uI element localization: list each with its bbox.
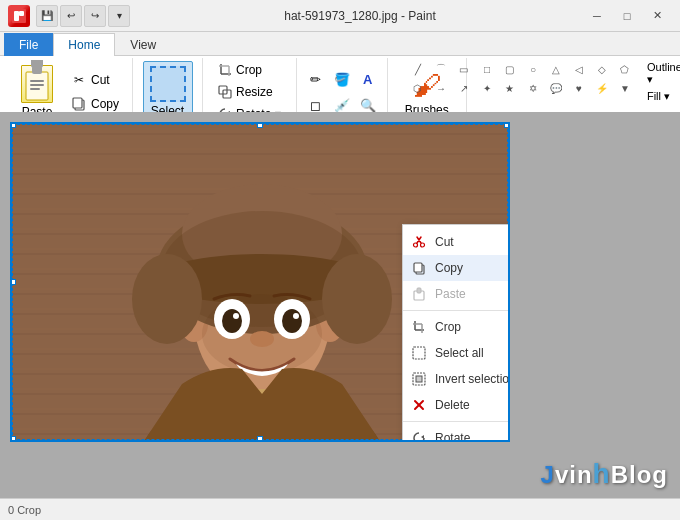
window-controls: ─ □ ✕ (582, 5, 672, 27)
status-bar: 0 Crop (0, 498, 680, 520)
cut-button[interactable]: ✂ Cut (66, 69, 124, 91)
rect-shape[interactable]: ▭ (453, 60, 475, 78)
svg-rect-1 (14, 11, 19, 21)
context-cut[interactable]: Cut (403, 229, 510, 255)
arrow2-shape[interactable]: ↗ (453, 79, 475, 97)
scissors-icon: ✂ (71, 72, 87, 88)
save-button[interactable]: 💾 (36, 5, 58, 27)
crop-button[interactable]: Crop (211, 60, 288, 80)
crop-menu-label: Crop (435, 320, 510, 334)
undo-button[interactable]: ↩ (60, 5, 82, 27)
svg-point-37 (282, 309, 302, 333)
arrow-shape[interactable]: → (430, 79, 452, 97)
star4-shape[interactable]: ✦ (476, 79, 498, 97)
copy-menu-label: Copy (435, 261, 510, 275)
tab-home[interactable]: Home (53, 33, 115, 56)
resize-button[interactable]: Resize (211, 82, 288, 102)
round-rect-shape[interactable]: ▢ (499, 60, 521, 78)
svg-rect-2 (19, 11, 24, 16)
select-all-label: Select all (435, 346, 510, 360)
rotate-menu-icon (411, 430, 427, 442)
separator-2 (403, 421, 510, 422)
callout-shape[interactable]: 💬 (545, 79, 567, 97)
context-invert-selection[interactable]: Invert selection (403, 366, 510, 392)
star6-shape[interactable]: ✡ (522, 79, 544, 97)
invert-selection-label: Invert selection (435, 372, 510, 386)
context-select-all[interactable]: Select all (403, 340, 510, 366)
svg-rect-54 (416, 376, 422, 382)
star5-shape[interactable]: ★ (499, 79, 521, 97)
maximize-button[interactable]: □ (612, 5, 642, 27)
context-menu: Cut Copy 👆 Paste (402, 224, 510, 442)
svg-point-32 (322, 254, 392, 344)
lightning-shape[interactable]: ⚡ (591, 79, 613, 97)
svg-point-31 (132, 254, 202, 344)
context-delete[interactable]: Delete (403, 392, 510, 418)
minimize-button[interactable]: ─ (582, 5, 612, 27)
hexagon-shape[interactable]: ⬡ (407, 79, 429, 97)
diamond-shape[interactable]: ◇ (591, 60, 613, 78)
rotate-menu-label: Rotate (435, 431, 510, 442)
line-shape[interactable]: ╱ (407, 60, 429, 78)
paste-menu-icon (411, 286, 427, 302)
redo-button[interactable]: ↪ (84, 5, 106, 27)
delete-label: Delete (435, 398, 510, 412)
tab-file[interactable]: File (4, 33, 53, 56)
watermark-j: J (541, 461, 555, 488)
svg-rect-4 (32, 66, 42, 74)
paste-icon (21, 65, 53, 103)
tab-view[interactable]: View (115, 33, 171, 56)
svg-point-42 (414, 243, 418, 247)
watermark-icon: h (593, 458, 611, 489)
fill-tool[interactable]: 🪣 (331, 68, 353, 90)
context-paste: Paste (403, 281, 510, 307)
paint-canvas[interactable]: Cut Copy 👆 Paste (10, 122, 510, 442)
heart-shape[interactable]: ♥ (568, 79, 590, 97)
app-logo (8, 5, 30, 27)
svg-point-38 (233, 313, 239, 319)
svg-rect-9 (73, 98, 82, 108)
status-position: 0 Crop (8, 504, 41, 516)
cut-menu-label: Cut (435, 235, 510, 249)
pencil-tool[interactable]: ✏ (305, 68, 327, 90)
curve-shape[interactable]: ⌒ (430, 60, 452, 78)
context-rotate[interactable]: Rotate ▶ (403, 425, 510, 442)
rect2-shape[interactable]: □ (476, 60, 498, 78)
svg-marker-57 (421, 435, 424, 439)
fill-label: Fill ▾ (647, 90, 670, 103)
pentagon-shape[interactable]: ⬠ (614, 60, 636, 78)
fill-button[interactable]: Fill ▾ (644, 89, 680, 104)
ellipse-shape[interactable]: ○ (522, 60, 544, 78)
copy-icon (71, 96, 87, 112)
svg-rect-7 (30, 88, 40, 90)
scroll-shape[interactable]: ▼ (614, 79, 636, 97)
svg-point-36 (222, 309, 242, 333)
cut-label: Cut (91, 73, 110, 87)
watermark-vin: vin (555, 461, 593, 488)
outline-button[interactable]: Outline ▾ (644, 60, 680, 87)
context-crop[interactable]: Crop (403, 314, 510, 340)
invert-select-icon (411, 371, 427, 387)
window-title: hat-591973_1280.jpg - Paint (138, 9, 582, 23)
triangle-shape[interactable]: △ (545, 60, 567, 78)
rtriangle-shape[interactable]: ◁ (568, 60, 590, 78)
outline-fill-controls: Outline ▾ Fill ▾ (640, 60, 680, 104)
close-button[interactable]: ✕ (642, 5, 672, 27)
canvas-area[interactable]: Cut Copy 👆 Paste (0, 112, 680, 498)
svg-point-40 (250, 331, 274, 347)
context-copy[interactable]: Copy 👆 (403, 255, 510, 281)
svg-point-43 (421, 243, 425, 247)
main-area: Cut Copy 👆 Paste (0, 112, 680, 498)
text-tool[interactable]: A (357, 68, 379, 90)
ribbon: File Home View Paste (0, 32, 680, 112)
quick-access-toolbar: 💾 ↩ ↪ ▾ (36, 5, 130, 27)
title-bar: 💾 ↩ ↪ ▾ hat-591973_1280.jpg - Paint ─ □ … (0, 0, 680, 32)
dropdown-button[interactable]: ▾ (108, 5, 130, 27)
ribbon-tabs: File Home View (0, 32, 680, 55)
watermark-blog: Blog (611, 461, 668, 488)
svg-rect-6 (30, 84, 44, 86)
copy-menu-icon (411, 260, 427, 276)
crop-icon (218, 63, 232, 77)
separator-1 (403, 310, 510, 311)
cut-copy-buttons: ✂ Cut Copy (66, 69, 124, 115)
